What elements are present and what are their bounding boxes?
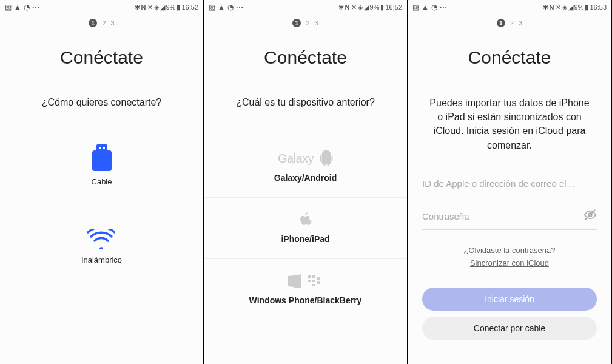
bluetooth-icon: ✱ [338, 4, 344, 12]
stepper: 1 2 3 [408, 15, 611, 32]
signal-icon: ◢ [364, 4, 369, 12]
signal-icon: ◢ [568, 4, 573, 12]
wifi-icon: ◈ [154, 4, 159, 12]
step-3: 3 [111, 19, 115, 27]
forgot-password-link[interactable]: ¿Olvidaste la contraseña? [408, 244, 611, 257]
battery-percent: 9% [166, 4, 176, 11]
device-iphone-ipad[interactable]: iPhone/iPad [204, 197, 407, 258]
description: Puedes importar tus datos de iPhone o iP… [408, 96, 611, 152]
apple-id-field[interactable] [422, 170, 597, 197]
login-button[interactable]: Iniciar sesión [422, 288, 597, 311]
bluetooth-icon: ✱ [543, 4, 548, 12]
clock-time: 16:52 [385, 4, 402, 11]
clock-time: 16:52 [181, 4, 198, 11]
wireless-option[interactable]: Inalámbrico [81, 229, 122, 265]
nfc-icon: N [550, 4, 554, 11]
more-icon: ··· [440, 3, 448, 12]
clock-icon: ◔ [227, 3, 234, 12]
battery-percent: 9% [574, 4, 584, 11]
nfc-icon: N [141, 4, 146, 11]
wifi-icon: ◈ [358, 4, 363, 12]
galaxy-logo-text: Galaxy [278, 152, 314, 166]
device-windows-blackberry[interactable]: Windows Phone/BlackBerry [204, 258, 407, 320]
battery-icon: ▮ [585, 4, 588, 12]
step-current: 1 [497, 19, 505, 27]
mute-icon: ✕ [147, 4, 153, 12]
warning-icon: ▲ [218, 3, 225, 12]
screen-previous-device: ▧ ▲ ◔ ··· ✱ N ✕ ◈ ◢ 9% ▮ 16:52 1 2 3 Con… [204, 0, 408, 364]
page-title: Conéctate [408, 47, 611, 68]
device-label: Galaxy/Android [204, 173, 407, 183]
image-icon: ▧ [209, 3, 215, 12]
clock-icon: ◔ [431, 3, 437, 12]
step-2: 2 [306, 19, 309, 27]
signal-icon: ◢ [160, 4, 165, 12]
device-label: iPhone/iPad [204, 234, 407, 244]
step-2: 2 [102, 19, 106, 27]
mute-icon: ✕ [556, 4, 561, 12]
apple-id-field-wrap [422, 170, 597, 197]
blackberry-icon [308, 275, 323, 287]
android-icon [320, 150, 333, 166]
subtitle: ¿Cuál es tu dispositivo anterior? [204, 97, 407, 108]
stepper: 1 2 3 [204, 15, 407, 32]
wireless-label: Inalámbrico [81, 255, 122, 265]
clock-time: 16:53 [590, 4, 607, 11]
clock-icon: ◔ [24, 3, 30, 12]
bluetooth-icon: ✱ [135, 4, 140, 12]
battery-percent: 9% [370, 4, 380, 11]
page-title: Conéctate [0, 47, 203, 68]
battery-icon: ▮ [380, 4, 384, 12]
step-current: 1 [89, 19, 97, 27]
warning-icon: ▲ [14, 3, 21, 12]
step-2: 2 [510, 19, 514, 27]
screen-connection-method: ▧ ▲ ◔ ··· ✱ N ✕ ◈ ◢ 9% ▮ 16:52 1 2 3 Con… [0, 0, 204, 364]
battery-icon: ▮ [177, 4, 180, 12]
step-current: 1 [292, 19, 301, 27]
connect-cable-button[interactable]: Conectar por cable [422, 317, 597, 340]
device-galaxy-android[interactable]: Galaxy Galaxy/Android [204, 136, 407, 197]
sync-icloud-link[interactable]: Sincronizar con iCloud [408, 257, 611, 270]
usb-icon [92, 144, 112, 171]
mute-icon: ✕ [351, 4, 357, 12]
toggle-password-icon[interactable] [583, 208, 597, 224]
image-icon: ▧ [5, 3, 12, 12]
step-3: 3 [315, 19, 318, 27]
warning-icon: ▲ [422, 3, 429, 12]
screen-icloud-login: ▧ ▲ ◔ ··· ✱ N ✕ ◈ ◢ 9% ▮ 16:53 1 2 3 Con… [408, 0, 612, 364]
page-title: Conéctate [204, 47, 407, 68]
more-icon: ··· [236, 3, 244, 12]
nfc-icon: N [345, 4, 350, 11]
wifi-icon: ◈ [562, 4, 567, 12]
status-bar: ▧ ▲ ◔ ··· ✱ N ✕ ◈ ◢ 9% ▮ 16:52 [204, 0, 407, 15]
status-bar: ▧ ▲ ◔ ··· ✱ N ✕ ◈ ◢ 9% ▮ 16:52 [0, 0, 203, 15]
windows-icon [288, 274, 301, 288]
subtitle: ¿Cómo quieres conectarte? [0, 97, 203, 108]
password-field-wrap [422, 203, 597, 230]
wifi-icon [87, 229, 115, 249]
stepper: 1 2 3 [0, 15, 203, 32]
image-icon: ▧ [412, 3, 419, 12]
step-3: 3 [519, 19, 522, 27]
password-field[interactable] [422, 203, 583, 229]
cable-label: Cable [92, 177, 112, 186]
more-icon: ··· [32, 3, 40, 12]
status-bar: ▧ ▲ ◔ ··· ✱ N ✕ ◈ ◢ 9% ▮ 16:53 [408, 0, 611, 15]
cable-option[interactable]: Cable [92, 144, 112, 186]
device-label: Windows Phone/BlackBerry [204, 295, 407, 305]
apple-icon [299, 212, 312, 228]
